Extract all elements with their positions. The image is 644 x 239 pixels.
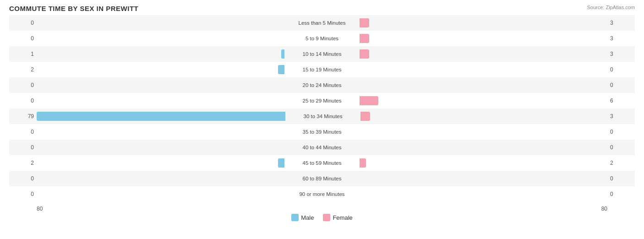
axis-left: 80: [37, 206, 43, 212]
male-section: [37, 62, 285, 77]
legend-male-box: [291, 214, 299, 221]
female-bar: [360, 49, 369, 59]
bars-area: Less than 5 Minutes: [37, 15, 607, 31]
bars-area: 90 or more Minutes: [37, 186, 607, 202]
male-bar: [281, 49, 284, 59]
female-value: 0: [607, 144, 635, 151]
legend-female: Female: [323, 214, 352, 221]
female-value: 0: [607, 191, 635, 197]
male-value: 0: [9, 98, 37, 104]
female-section: [359, 140, 607, 155]
bars-area: 25 to 29 Minutes: [37, 93, 607, 109]
bottom-axis: 80 80: [9, 204, 635, 212]
chart-row: 79 30 to 34 Minutes 3: [9, 109, 635, 124]
legend-male-label: Male: [301, 214, 314, 221]
row-label: 40 to 44 Minutes: [285, 145, 359, 150]
chart-row: 0 60 to 89 Minutes 0: [9, 171, 635, 186]
bars-area: 15 to 19 Minutes: [37, 62, 607, 77]
chart-row: 0 90 or more Minutes 0: [9, 186, 635, 202]
female-section: [359, 46, 607, 62]
female-value: 6: [607, 98, 635, 104]
bars-area: 30 to 34 Minutes: [37, 109, 607, 124]
male-bar: [278, 65, 284, 74]
female-bar: [360, 96, 378, 105]
male-value: 2: [9, 160, 37, 166]
bars-area: 40 to 44 Minutes: [37, 140, 607, 155]
row-label: 60 to 89 Minutes: [285, 176, 359, 181]
female-section: [359, 93, 607, 109]
bar-pair: 15 to 19 Minutes: [37, 62, 607, 77]
female-value: 3: [607, 35, 635, 42]
male-value: 0: [9, 20, 37, 26]
female-section: [359, 171, 607, 186]
female-section: [360, 109, 607, 124]
female-bar: [360, 34, 369, 43]
male-value: 0: [9, 82, 37, 88]
bar-pair: 90 or more Minutes: [37, 186, 607, 202]
male-value: 0: [9, 35, 37, 42]
bars-area: 20 to 24 Minutes: [37, 77, 607, 93]
female-value: 0: [607, 66, 635, 73]
female-section: [359, 62, 607, 77]
row-label: 30 to 34 Minutes: [286, 114, 360, 119]
legend-male: Male: [291, 214, 314, 221]
bar-pair: 60 to 89 Minutes: [37, 171, 607, 186]
female-section: [359, 31, 607, 46]
bar-pair: 25 to 29 Minutes: [37, 93, 607, 109]
female-value: 0: [607, 129, 635, 135]
male-value: 0: [9, 175, 37, 182]
male-section: [37, 15, 285, 31]
female-bar: [360, 18, 369, 27]
legend-female-label: Female: [333, 214, 352, 221]
chart-row: 2 15 to 19 Minutes 0: [9, 62, 635, 77]
bars-area: 45 to 59 Minutes: [37, 155, 607, 171]
male-section: [37, 77, 285, 93]
legend-female-box: [323, 214, 330, 221]
male-value: 0: [9, 144, 37, 151]
chart-row: 0 5 to 9 Minutes 3: [9, 31, 635, 46]
chart-row: 0 20 to 24 Minutes 0: [9, 77, 635, 93]
chart-row: 0 35 to 39 Minutes 0: [9, 124, 635, 140]
row-label: 45 to 59 Minutes: [285, 160, 359, 166]
female-value: 3: [607, 20, 635, 26]
female-section: [359, 124, 607, 140]
male-section: [37, 140, 285, 155]
row-label: 10 to 14 Minutes: [285, 51, 359, 57]
male-bar: [37, 112, 285, 121]
chart-row: 0 Less than 5 Minutes 3: [9, 15, 635, 31]
male-section: [37, 186, 285, 202]
bar-pair: 40 to 44 Minutes: [37, 140, 607, 155]
chart-container: COMMUTE TIME BY SEX IN PREWITT Source: Z…: [0, 0, 644, 239]
bar-pair: 10 to 14 Minutes: [37, 46, 607, 62]
female-value: 0: [607, 175, 635, 182]
bars-area: 10 to 14 Minutes: [37, 46, 607, 62]
chart-row: 2 45 to 59 Minutes 2: [9, 155, 635, 171]
male-section: [37, 93, 285, 109]
male-section: [37, 155, 285, 171]
bar-pair: 30 to 34 Minutes: [37, 109, 607, 124]
male-section: [37, 124, 285, 140]
chart-row: 0 25 to 29 Minutes 6: [9, 93, 635, 109]
female-bar: [360, 158, 366, 168]
male-value: 0: [9, 129, 37, 135]
male-section: [37, 109, 286, 124]
male-section: [37, 31, 285, 46]
female-section: [359, 155, 607, 171]
bar-pair: 20 to 24 Minutes: [37, 77, 607, 93]
row-label: 35 to 39 Minutes: [285, 129, 359, 135]
female-value: 3: [607, 51, 635, 57]
female-section: [359, 186, 607, 202]
male-bar: [278, 158, 284, 168]
male-value: 1: [9, 51, 37, 57]
chart-row: 1 10 to 14 Minutes 3: [9, 46, 635, 62]
female-value: 2: [607, 160, 635, 166]
male-value: 2: [9, 66, 37, 73]
male-value: 79: [9, 113, 37, 120]
bar-pair: 35 to 39 Minutes: [37, 124, 607, 140]
row-label: 20 to 24 Minutes: [285, 82, 359, 88]
male-section: [37, 171, 285, 186]
row-label: Less than 5 Minutes: [285, 20, 359, 26]
female-section: [359, 77, 607, 93]
chart-title: COMMUTE TIME BY SEX IN PREWITT: [9, 5, 635, 12]
female-section: [359, 15, 607, 31]
